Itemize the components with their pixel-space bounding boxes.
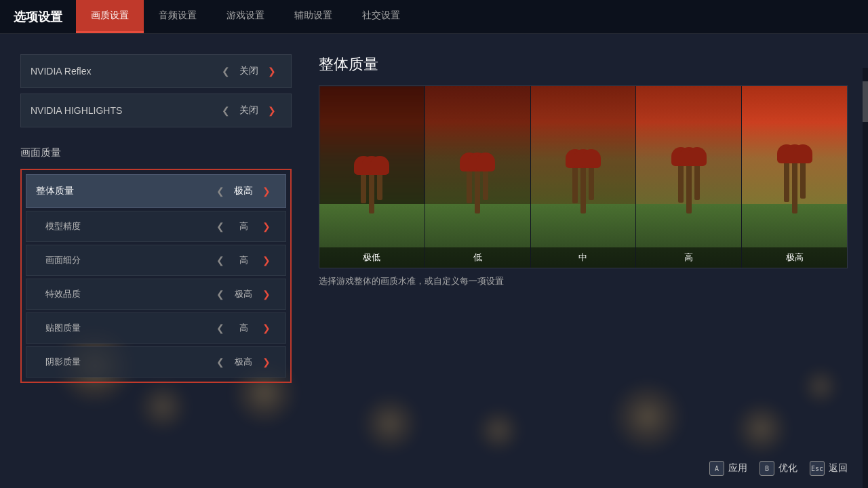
shadow-quality-label: 阴影质量: [45, 356, 211, 368]
screen-detail-value: 高: [230, 254, 257, 266]
overall-quality-prev[interactable]: ❮: [211, 186, 230, 197]
shadow-quality-next[interactable]: ❯: [257, 357, 276, 367]
shadow-quality-prev[interactable]: ❮: [211, 357, 230, 367]
preview-label-5: 极高: [742, 247, 847, 268]
model-precision-next[interactable]: ❯: [257, 221, 276, 232]
apply-label: 应用: [728, 462, 747, 474]
nvidia-reflex-label: NVIDIA Reflex: [31, 66, 216, 77]
nav-tabs: 画质设置 音频设置 游戏设置 辅助设置 社交设置: [76, 0, 415, 33]
trees-2: [425, 166, 530, 214]
preview-medium: 中: [530, 86, 636, 268]
trees-5: [742, 158, 847, 214]
preview-low: 低: [425, 86, 530, 268]
nvidia-highlights-label: NVIDIA HIGHLIGHTS: [31, 105, 216, 116]
apply-icon: A: [709, 461, 724, 476]
apply-button[interactable]: A 应用: [709, 461, 747, 476]
trees-1: [319, 169, 425, 214]
shadow-quality-value: 极高: [230, 356, 257, 368]
screen-quality-heading: 画面质量: [20, 146, 292, 159]
overall-quality-next[interactable]: ❯: [257, 186, 276, 197]
effects-quality-value: 极高: [230, 288, 257, 300]
screen-detail-row[interactable]: 画面细分 ❮ 高 ❯: [26, 245, 286, 276]
nvidia-highlights-next[interactable]: ❯: [262, 105, 281, 116]
effects-quality-prev[interactable]: ❮: [211, 289, 230, 300]
overall-quality-value: 极高: [230, 185, 257, 197]
optimize-icon: B: [760, 461, 774, 476]
texture-quality-next[interactable]: ❯: [257, 323, 276, 333]
preview-description: 选择游戏整体的画质水准，或自定义每一项设置: [319, 275, 848, 287]
nvidia-reflex-prev[interactable]: ❮: [216, 66, 235, 77]
topbar: 选项设置 画质设置 音频设置 游戏设置 辅助设置 社交设置: [0, 0, 868, 34]
overall-quality-row[interactable]: 整体质量 ❮ 极高 ❯: [26, 174, 286, 208]
preview-label-1: 极低: [319, 247, 425, 268]
texture-quality-prev[interactable]: ❮: [211, 323, 230, 333]
nvidia-highlights-row[interactable]: NVIDIA HIGHLIGHTS ❮ 关闭 ❯: [20, 94, 292, 127]
nvidia-highlights-value: 关闭: [235, 104, 262, 117]
tab-assist[interactable]: 辅助设置: [279, 0, 347, 33]
quality-sub-rows: 模型精度 ❮ 高 ❯ 画面细分 ❮ 高 ❯ 特效品质 ❮ 极高 ❯: [26, 211, 286, 378]
quality-panel: 整体质量 ❮ 极高 ❯ 模型精度 ❮ 高 ❯ 画面细分 ❮ 高 ❯: [20, 169, 292, 383]
nvidia-highlights-prev[interactable]: ❮: [216, 105, 235, 116]
preview-ultra: 极高: [741, 86, 847, 268]
texture-quality-row[interactable]: 贴图质量 ❮ 高 ❯: [26, 312, 286, 344]
trees-3: [531, 163, 636, 214]
preview-label-4: 高: [636, 247, 741, 268]
screen-detail-next[interactable]: ❯: [257, 255, 276, 266]
main-content: NVIDIA Reflex ❮ 关闭 ❯ NVIDIA HIGHLIGHTS ❮…: [0, 34, 868, 488]
effects-quality-next[interactable]: ❯: [257, 289, 276, 300]
scrollbar-track[interactable]: [863, 68, 868, 488]
screen-detail-prev[interactable]: ❮: [211, 255, 230, 266]
page-title: 选项设置: [14, 9, 62, 25]
tab-audio[interactable]: 音频设置: [144, 0, 212, 33]
nvidia-reflex-next[interactable]: ❯: [262, 66, 281, 77]
model-precision-value: 高: [230, 220, 257, 232]
tab-social[interactable]: 社交设置: [347, 0, 415, 33]
screen-detail-label: 画面细分: [45, 254, 211, 266]
scrollbar-thumb[interactable]: [863, 81, 868, 122]
effects-quality-row[interactable]: 特效品质 ❮ 极高 ❯: [26, 279, 286, 310]
tab-game[interactable]: 游戏设置: [212, 0, 279, 33]
nvidia-reflex-row[interactable]: NVIDIA Reflex ❮ 关闭 ❯: [20, 54, 292, 88]
optimize-button[interactable]: B 优化: [760, 461, 797, 476]
bottom-actions: A 应用 B 优化 Esc 返回: [709, 461, 848, 476]
overall-quality-label: 整体质量: [36, 185, 211, 197]
tab-graphics[interactable]: 画质设置: [76, 0, 144, 33]
texture-quality-label: 贴图质量: [45, 322, 211, 334]
preview-strip: 极低 低 中: [319, 85, 848, 268]
right-panel: 整体质量 极低 低: [305, 34, 868, 488]
shadow-quality-row[interactable]: 阴影质量 ❮ 极高 ❯: [26, 346, 286, 378]
model-precision-row[interactable]: 模型精度 ❮ 高 ❯: [26, 211, 286, 242]
model-precision-prev[interactable]: ❮: [211, 221, 230, 232]
back-button[interactable]: Esc 返回: [810, 461, 848, 476]
effects-quality-label: 特效品质: [45, 288, 211, 300]
preview-very-low: 极低: [319, 86, 425, 268]
preview-high: 高: [635, 86, 741, 268]
preview-title: 整体质量: [319, 54, 848, 75]
model-precision-label: 模型精度: [45, 220, 211, 232]
back-icon: Esc: [810, 461, 825, 476]
back-label: 返回: [829, 462, 848, 474]
left-panel: NVIDIA Reflex ❮ 关闭 ❯ NVIDIA HIGHLIGHTS ❮…: [0, 34, 305, 488]
preview-label-3: 中: [531, 247, 636, 268]
texture-quality-value: 高: [230, 322, 257, 334]
preview-label-2: 低: [425, 247, 530, 268]
optimize-label: 优化: [778, 462, 797, 474]
nvidia-reflex-value: 关闭: [235, 65, 262, 77]
trees-4: [636, 161, 741, 214]
